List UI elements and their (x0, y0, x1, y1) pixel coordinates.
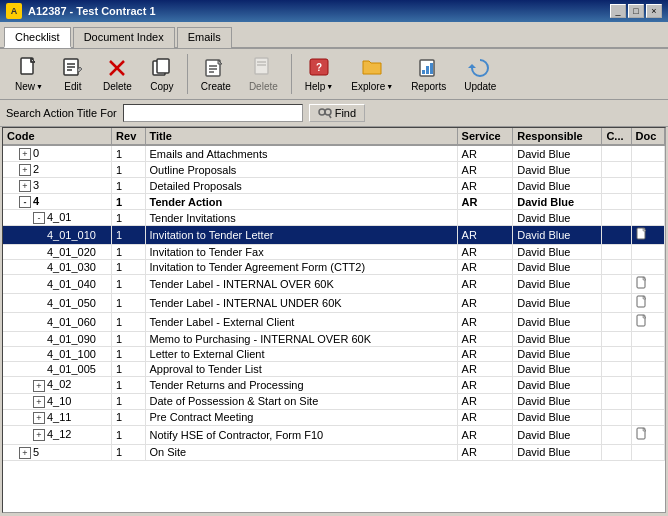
table-row[interactable]: 4_01_0051Approval to Tender ListARDavid … (3, 362, 665, 377)
tab-bar: Checklist Document Index Emails (0, 22, 668, 49)
cell-doc (631, 145, 664, 162)
cell-title: Detailed Proposals (145, 178, 457, 194)
tree-expander[interactable]: + (19, 148, 31, 160)
cell-rev: 1 (112, 377, 145, 393)
cell-service: AR (457, 377, 513, 393)
edit-button[interactable]: Edit (52, 53, 94, 95)
edit-label: Edit (64, 81, 81, 92)
table-row[interactable]: 4_01_0301Invitation to Tender Agreement … (3, 260, 665, 275)
tree-expander[interactable]: + (19, 447, 31, 459)
tree-expander[interactable]: + (19, 164, 31, 176)
cell-c (602, 362, 631, 377)
table-row[interactable]: -4_011Tender InvitationsDavid Blue (3, 210, 665, 226)
cell-service: AR (457, 178, 513, 194)
table-row[interactable]: +4_101Date of Possession & Start on Site… (3, 393, 665, 409)
col-doc: Doc (631, 128, 664, 145)
table-row[interactable]: +4_021Tender Returns and ProcessingARDav… (3, 377, 665, 393)
create-button[interactable]: Create (192, 53, 240, 95)
cell-responsible: David Blue (513, 294, 602, 313)
cell-title: Tender Label - INTERNAL UNDER 60K (145, 294, 457, 313)
table-row[interactable]: +51On SiteARDavid Blue (3, 444, 665, 460)
cell-doc (631, 294, 664, 313)
checklist-table[interactable]: Code Rev Title Service Responsible C... … (2, 127, 666, 513)
explore-button[interactable]: Explore ▼ (342, 53, 402, 95)
copy-button[interactable]: Copy (141, 53, 183, 95)
delete-button[interactable]: Delete (94, 53, 141, 95)
maximize-button[interactable]: □ (628, 4, 644, 18)
cell-code: +4_12 (3, 425, 112, 444)
svg-point-23 (319, 109, 325, 115)
tree-expander[interactable]: + (33, 380, 45, 392)
cell-rev: 1 (112, 260, 145, 275)
cell-rev: 1 (112, 409, 145, 425)
cell-c (602, 245, 631, 260)
copy-icon (150, 56, 174, 80)
cell-responsible: David Blue (513, 178, 602, 194)
cell-c (602, 260, 631, 275)
cell-code: 4_01_100 (3, 347, 112, 362)
cell-responsible: David Blue (513, 210, 602, 226)
close-button[interactable]: × (646, 4, 662, 18)
cell-service: AR (457, 313, 513, 332)
cell-code: +4_10 (3, 393, 112, 409)
doc-icon (636, 431, 648, 443)
cell-rev: 1 (112, 294, 145, 313)
table-row[interactable]: 4_01_0901Memo to Purchasing - INTERNAL O… (3, 332, 665, 347)
table-row[interactable]: +4_111Pre Contract MeetingARDavid Blue (3, 409, 665, 425)
tree-expander[interactable]: + (33, 429, 45, 441)
table-row[interactable]: 4_01_1001Letter to External ClientARDavi… (3, 347, 665, 362)
table-row[interactable]: +4_121Notify HSE of Contractor, Form F10… (3, 425, 665, 444)
find-button[interactable]: Find (309, 104, 365, 122)
help-icon: ? (307, 56, 331, 80)
table-row[interactable]: -41Tender ActionARDavid Blue (3, 194, 665, 210)
cell-service: AR (457, 275, 513, 294)
tab-checklist[interactable]: Checklist (4, 27, 71, 48)
doc-icon (636, 231, 648, 243)
delete2-label: Delete (249, 81, 278, 92)
update-button[interactable]: Update (455, 53, 505, 95)
cell-responsible: David Blue (513, 245, 602, 260)
table-row[interactable]: 4_01_0201Invitation to Tender FaxARDavid… (3, 245, 665, 260)
table-row[interactable]: 4_01_0401Tender Label - INTERNAL OVER 60… (3, 275, 665, 294)
cell-service: AR (457, 393, 513, 409)
cell-service: AR (457, 444, 513, 460)
tree-expander[interactable]: + (33, 412, 45, 424)
minimize-button[interactable]: _ (610, 4, 626, 18)
cell-c (602, 313, 631, 332)
cell-c (602, 393, 631, 409)
tab-emails[interactable]: Emails (177, 27, 232, 48)
cell-doc (631, 162, 664, 178)
create-label: Create (201, 81, 231, 92)
tree-expander[interactable]: + (33, 396, 45, 408)
cell-doc (631, 393, 664, 409)
cell-title: Pre Contract Meeting (145, 409, 457, 425)
tree-expander[interactable]: - (33, 212, 45, 224)
table-row[interactable]: 4_01_0501Tender Label - INTERNAL UNDER 6… (3, 294, 665, 313)
col-c: C... (602, 128, 631, 145)
tree-expander[interactable]: + (19, 180, 31, 192)
table-row[interactable]: 4_01_0101Invitation to Tender LetterARDa… (3, 226, 665, 245)
cell-rev: 1 (112, 178, 145, 194)
tab-document-index[interactable]: Document Index (73, 27, 175, 48)
reports-button[interactable]: Reports (402, 53, 455, 95)
cell-doc (631, 332, 664, 347)
cell-doc (631, 313, 664, 332)
new-button[interactable]: New ▼ (6, 53, 52, 95)
svg-line-26 (329, 115, 331, 118)
cell-responsible: David Blue (513, 362, 602, 377)
cell-doc (631, 178, 664, 194)
cell-rev: 1 (112, 245, 145, 260)
cell-rev: 1 (112, 393, 145, 409)
table-row[interactable]: +21Outline ProposalsARDavid Blue (3, 162, 665, 178)
svg-rect-13 (255, 58, 268, 74)
search-input[interactable] (123, 104, 303, 122)
table-row[interactable]: +01Emails and AttachmentsARDavid Blue (3, 145, 665, 162)
cell-rev: 1 (112, 145, 145, 162)
help-button[interactable]: ? Help ▼ (296, 53, 343, 95)
table-row[interactable]: +31Detailed ProposalsARDavid Blue (3, 178, 665, 194)
table-row[interactable]: 4_01_0601Tender Label - External ClientA… (3, 313, 665, 332)
cell-c (602, 377, 631, 393)
cell-responsible: David Blue (513, 162, 602, 178)
tree-expander[interactable]: - (19, 196, 31, 208)
doc-icon (636, 299, 648, 311)
